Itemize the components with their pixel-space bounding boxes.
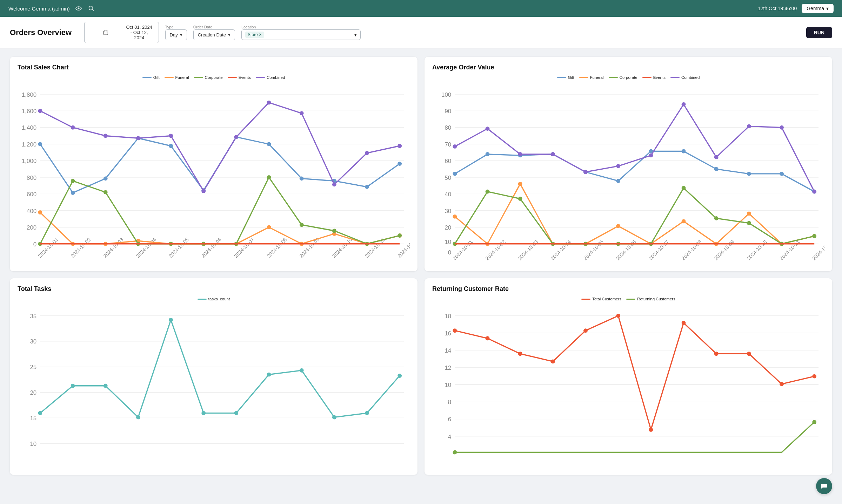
svg-point-188 <box>234 411 238 415</box>
svg-text:1,800: 1,800 <box>22 91 36 98</box>
header-left: Welcome Gemma (admin) <box>8 5 95 12</box>
svg-text:35: 35 <box>30 313 36 320</box>
svg-point-76 <box>397 233 402 238</box>
toolbar: Orders Overview Oct 01, 2024 - Oct 12, 2… <box>0 17 842 48</box>
avg-order-svg: 100 90 80 70 60 50 40 30 20 10 0 <box>432 82 824 266</box>
legend-gift-2: Gift <box>557 75 574 80</box>
date-range-label: Oct 01, 2024 - Oct 12, 2024 <box>125 25 154 40</box>
search-icon[interactable] <box>87 5 95 12</box>
svg-point-134 <box>453 214 457 219</box>
svg-point-136 <box>518 182 522 186</box>
svg-point-210 <box>453 328 457 333</box>
svg-text:14: 14 <box>445 347 451 354</box>
svg-point-67 <box>103 190 108 194</box>
svg-point-127 <box>616 179 620 183</box>
svg-text:2024-10-12: 2024-10-12 <box>396 237 410 259</box>
svg-point-2 <box>89 6 93 10</box>
svg-point-77 <box>38 109 42 113</box>
svg-text:12: 12 <box>445 365 451 371</box>
type-value: Day <box>170 32 178 38</box>
legend-gift: Gift <box>142 75 160 80</box>
svg-text:2024-10-03: 2024-10-03 <box>517 239 539 261</box>
svg-text:15: 15 <box>30 415 36 422</box>
svg-point-123 <box>486 152 490 156</box>
svg-point-166 <box>714 155 719 159</box>
returning-customer-legend: Total Customers Returning Customers <box>432 297 824 301</box>
total-sales-title: Total Sales Chart <box>18 64 410 71</box>
svg-text:2024-10-12: 2024-10-12 <box>811 239 824 261</box>
eye-icon[interactable] <box>75 5 82 12</box>
order-date-label: Order Date <box>193 25 235 29</box>
svg-text:30: 30 <box>445 208 451 214</box>
order-date-dropdown-wrap: Order Date Creation Date ▾ <box>193 25 235 40</box>
svg-point-216 <box>649 428 653 432</box>
avg-order-title: Average Order Value <box>432 64 824 71</box>
svg-line-3 <box>92 10 94 11</box>
svg-point-41 <box>38 142 42 146</box>
svg-text:0: 0 <box>33 241 36 248</box>
total-sales-svg-wrap: 1,800 1,600 1,400 1,200 1,000 800 600 40… <box>18 82 410 266</box>
svg-point-213 <box>551 359 555 363</box>
avg-order-legend: Gift Funeral Corporate Events Combined <box>432 75 824 80</box>
svg-text:800: 800 <box>27 175 36 181</box>
svg-text:2024-10-05: 2024-10-05 <box>168 237 190 259</box>
type-dropdown[interactable]: Day ▾ <box>165 29 187 40</box>
svg-text:2024-10-09: 2024-10-09 <box>299 237 321 259</box>
svg-text:2024-10-02: 2024-10-02 <box>69 237 92 259</box>
svg-point-131 <box>747 172 751 176</box>
svg-text:16: 16 <box>445 330 451 337</box>
svg-text:20: 20 <box>445 224 451 231</box>
svg-text:10: 10 <box>445 382 451 388</box>
svg-text:8: 8 <box>448 399 451 406</box>
svg-point-86 <box>332 182 336 186</box>
svg-point-122 <box>453 172 457 176</box>
svg-text:2024-10-08: 2024-10-08 <box>680 239 702 261</box>
svg-point-83 <box>234 135 238 139</box>
svg-point-80 <box>136 136 140 140</box>
total-tasks-legend: tasks_count <box>18 297 410 301</box>
returning-customer-title: Returning Customer Rate <box>432 285 824 293</box>
svg-text:2024-10-06: 2024-10-06 <box>200 237 222 259</box>
svg-point-49 <box>300 176 304 181</box>
svg-point-153 <box>682 186 686 190</box>
svg-point-217 <box>682 321 686 325</box>
svg-point-143 <box>747 211 751 216</box>
header: Welcome Gemma (admin) 12th Oct 19:46:00 … <box>0 0 842 17</box>
svg-point-211 <box>486 336 490 340</box>
legend-returning-customers: Returning Customers <box>626 297 675 301</box>
remove-location-tag-button[interactable]: × <box>259 32 262 37</box>
svg-text:25: 25 <box>30 364 36 370</box>
svg-text:1,600: 1,600 <box>22 108 36 115</box>
svg-point-139 <box>616 224 620 228</box>
header-right: 12th Oct 19:46:00 Gemma ▾ <box>758 4 834 13</box>
svg-text:100: 100 <box>441 91 451 98</box>
svg-point-60 <box>267 225 271 229</box>
svg-point-52 <box>397 162 402 166</box>
legend-tasks: tasks_count <box>198 297 230 301</box>
avg-order-svg-wrap: 100 90 80 70 60 50 40 30 20 10 0 <box>432 82 824 266</box>
date-range-button[interactable]: Oct 01, 2024 - Oct 12, 2024 <box>84 22 159 43</box>
svg-point-162 <box>583 170 588 174</box>
location-label: Location <box>241 25 368 29</box>
user-menu-button[interactable]: Gemma ▾ <box>802 4 834 13</box>
svg-text:4: 4 <box>448 434 451 440</box>
svg-point-220 <box>780 382 784 386</box>
svg-point-161 <box>551 152 555 156</box>
svg-point-187 <box>201 411 206 415</box>
total-sales-svg: 1,800 1,600 1,400 1,200 1,000 800 600 40… <box>18 82 410 266</box>
svg-text:2024-10-08: 2024-10-08 <box>266 237 288 259</box>
svg-point-72 <box>267 175 271 179</box>
svg-point-155 <box>747 221 751 225</box>
svg-point-158 <box>453 144 457 149</box>
total-tasks-chart-card: Total Tasks tasks_count 35 30 25 20 15 1… <box>10 278 417 475</box>
svg-point-168 <box>780 125 784 130</box>
order-date-dropdown[interactable]: Creation Date ▾ <box>193 29 235 40</box>
svg-point-88 <box>397 144 402 148</box>
legend-events: Events <box>228 75 251 80</box>
svg-rect-4 <box>104 31 108 35</box>
location-dropdown[interactable]: Store × ▾ <box>241 29 361 40</box>
svg-point-193 <box>397 374 402 378</box>
total-tasks-svg-wrap: 35 30 25 20 15 10 <box>18 304 410 470</box>
run-button[interactable]: RUN <box>806 27 832 38</box>
total-tasks-svg: 35 30 25 20 15 10 <box>18 304 410 470</box>
